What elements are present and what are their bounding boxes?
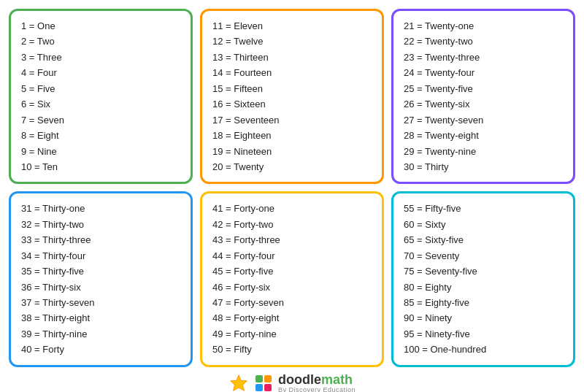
list-item: 85 = Eighty-five [404, 295, 563, 310]
list-item: 70 = Seventy [404, 248, 563, 264]
list-item: 50 = Fifty [212, 342, 372, 357]
list-item: 42 = Forty-two [212, 217, 372, 232]
card-3: 21 = Twenty-one22 = Twenty-two23 = Twent… [391, 9, 575, 184]
list-item: 27 = Twenty-seven [404, 112, 563, 128]
footer-brand-name: doodlemath [278, 373, 353, 386]
list-item: 21 = Twenty-one [404, 18, 563, 34]
list-item: 30 = Thirty [404, 159, 563, 174]
list-item: 3 = Three [21, 50, 180, 65]
list-item: 90 = Ninety [404, 310, 563, 326]
svg-rect-3 [256, 384, 263, 391]
list-item: 28 = Twenty-eight [404, 128, 563, 143]
list-item: 65 = Sixty-five [404, 232, 563, 247]
list-item: 23 = Twenty-three [404, 50, 563, 65]
svg-rect-1 [256, 375, 263, 383]
list-item: 13 = Thirteen [212, 50, 372, 65]
list-item: 5 = Five [21, 81, 180, 96]
list-item: 19 = Nineteen [212, 144, 372, 159]
list-item: 43 = Forty-three [212, 232, 372, 247]
list-item: 55 = Fifty-five [404, 201, 563, 216]
list-item: 14 = Fourteen [212, 65, 372, 80]
footer-logo: doodlemath By Discovery Education [278, 373, 356, 392]
list-item: 48 = Forty-eight [212, 310, 372, 326]
list-item: 16 = Sixteen [212, 96, 372, 112]
card-6: 55 = Fifty-five60 = Sixty65 = Sixty-five… [391, 191, 575, 366]
list-item: 7 = Seven [21, 112, 180, 128]
list-item: 11 = Eleven [212, 18, 372, 34]
list-item: 39 = Thirty-nine [21, 326, 180, 342]
list-item: 100 = One-hundred [404, 342, 563, 357]
list-item: 20 = Twenty [212, 159, 372, 174]
list-item: 18 = Eighteen [212, 128, 372, 143]
number-cards-grid: 1 = One2 = Two3 = Three4 = Four5 = Five6… [9, 9, 575, 367]
list-item: 46 = Forty-six [212, 280, 372, 295]
doodlemath-puzzle-icon [253, 373, 274, 392]
card-2: 11 = Eleven12 = Twelve13 = Thirteen14 = … [200, 9, 384, 184]
doodlemath-star-icon [228, 373, 249, 392]
list-item: 25 = Twenty-five [404, 81, 563, 96]
list-item: 6 = Six [21, 96, 180, 112]
list-item: 2 = Two [21, 34, 180, 49]
list-item: 1 = One [21, 18, 180, 34]
list-item: 45 = Forty-five [212, 264, 372, 279]
list-item: 75 = Seventy-five [404, 264, 563, 279]
list-item: 40 = Forty [21, 342, 180, 357]
list-item: 35 = Thirty-five [21, 264, 180, 279]
list-item: 8 = Eight [21, 128, 180, 143]
list-item: 60 = Sixty [404, 217, 563, 232]
list-item: 26 = Twenty-six [404, 96, 563, 112]
footer: doodlemath By Discovery Education [228, 373, 356, 392]
list-item: 38 = Thirty-eight [21, 310, 180, 326]
list-item: 41 = Forty-one [212, 201, 372, 216]
list-item: 24 = Twenty-four [404, 65, 563, 80]
svg-marker-0 [231, 375, 247, 391]
list-item: 17 = Seventeen [212, 112, 372, 128]
svg-rect-2 [264, 375, 272, 383]
list-item: 95 = Ninety-five [404, 326, 563, 342]
card-4: 31 = Thirty-one32 = Thirty-two33 = Thirt… [9, 191, 193, 366]
list-item: 4 = Four [21, 65, 180, 80]
card-1: 1 = One2 = Two3 = Three4 = Four5 = Five6… [9, 9, 193, 184]
list-item: 49 = Forty-nine [212, 326, 372, 342]
list-item: 15 = Fifteen [212, 81, 372, 96]
list-item: 22 = Twenty-two [404, 34, 563, 49]
list-item: 12 = Twelve [212, 34, 372, 49]
list-item: 32 = Thirty-two [21, 217, 180, 232]
list-item: 10 = Ten [21, 159, 180, 174]
list-item: 37 = Thirty-seven [21, 295, 180, 310]
svg-rect-4 [264, 384, 272, 391]
list-item: 34 = Thirty-four [21, 248, 180, 264]
list-item: 44 = Forty-four [212, 248, 372, 264]
list-item: 9 = Nine [21, 144, 180, 159]
list-item: 29 = Twenty-nine [404, 144, 563, 159]
list-item: 80 = Eighty [404, 280, 563, 295]
card-5: 41 = Forty-one42 = Forty-two43 = Forty-t… [200, 191, 384, 366]
list-item: 36 = Thirty-six [21, 280, 180, 295]
footer-sub-brand: By Discovery Education [278, 386, 356, 392]
list-item: 31 = Thirty-one [21, 201, 180, 216]
list-item: 47 = Forty-seven [212, 295, 372, 310]
list-item: 33 = Thirty-three [21, 232, 180, 247]
